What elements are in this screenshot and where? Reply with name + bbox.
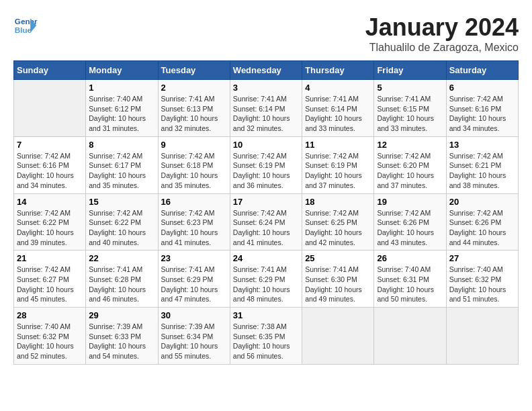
- calendar-cell: 29Sunrise: 7:39 AMSunset: 6:33 PMDayligh…: [86, 308, 158, 365]
- day-number: 14: [17, 197, 83, 207]
- calendar-cell: [302, 308, 374, 365]
- calendar-body: 1Sunrise: 7:40 AMSunset: 6:12 PMDaylight…: [14, 80, 519, 365]
- day-number: 16: [161, 197, 227, 207]
- calendar-cell: 17Sunrise: 7:42 AMSunset: 6:24 PMDayligh…: [230, 193, 302, 250]
- day-info: Sunrise: 7:40 AMSunset: 6:32 PMDaylight:…: [449, 265, 515, 304]
- calendar-cell: 9Sunrise: 7:42 AMSunset: 6:18 PMDaylight…: [158, 136, 230, 193]
- day-info: Sunrise: 7:42 AMSunset: 6:26 PMDaylight:…: [449, 208, 515, 248]
- day-info: Sunrise: 7:39 AMSunset: 6:34 PMDaylight:…: [161, 322, 227, 361]
- day-number: 28: [17, 310, 83, 320]
- calendar-cell: 19Sunrise: 7:42 AMSunset: 6:26 PMDayligh…: [374, 193, 446, 250]
- calendar-cell: 5Sunrise: 7:41 AMSunset: 6:15 PMDaylight…: [374, 80, 446, 137]
- calendar-cell: [14, 80, 86, 137]
- day-number: 7: [17, 140, 83, 150]
- day-info: Sunrise: 7:41 AMSunset: 6:13 PMDaylight:…: [161, 94, 227, 134]
- day-number: 13: [449, 140, 515, 150]
- day-number: 24: [233, 253, 299, 263]
- day-number: 19: [377, 197, 443, 207]
- calendar-week-row: 28Sunrise: 7:40 AMSunset: 6:32 PMDayligh…: [14, 308, 519, 365]
- calendar-cell: 21Sunrise: 7:42 AMSunset: 6:27 PMDayligh…: [14, 250, 86, 308]
- location-subtitle: Tlahualilo de Zaragoza, Mexico: [365, 42, 519, 54]
- calendar-cell: 27Sunrise: 7:40 AMSunset: 6:32 PMDayligh…: [446, 250, 518, 308]
- calendar-header: SundayMondayTuesdayWednesdayThursdayFrid…: [14, 61, 519, 80]
- calendar-cell: 31Sunrise: 7:38 AMSunset: 6:35 PMDayligh…: [230, 308, 302, 365]
- calendar-cell: [374, 308, 446, 365]
- calendar-cell: 12Sunrise: 7:42 AMSunset: 6:20 PMDayligh…: [374, 136, 446, 193]
- calendar-table: SundayMondayTuesdayWednesdayThursdayFrid…: [13, 60, 519, 365]
- day-info: Sunrise: 7:38 AMSunset: 6:35 PMDaylight:…: [233, 322, 299, 361]
- day-number: 31: [233, 310, 299, 320]
- calendar-week-row: 1Sunrise: 7:40 AMSunset: 6:12 PMDaylight…: [14, 80, 519, 137]
- calendar-cell: 22Sunrise: 7:41 AMSunset: 6:28 PMDayligh…: [86, 250, 158, 308]
- calendar-cell: 4Sunrise: 7:41 AMSunset: 6:14 PMDaylight…: [302, 80, 374, 137]
- day-info: Sunrise: 7:41 AMSunset: 6:29 PMDaylight:…: [161, 265, 227, 304]
- calendar-cell: 26Sunrise: 7:40 AMSunset: 6:31 PMDayligh…: [374, 250, 446, 308]
- calendar-cell: 3Sunrise: 7:41 AMSunset: 6:14 PMDaylight…: [230, 80, 302, 137]
- weekday-header-row: SundayMondayTuesdayWednesdayThursdayFrid…: [14, 61, 519, 80]
- calendar-cell: 1Sunrise: 7:40 AMSunset: 6:12 PMDaylight…: [86, 80, 158, 137]
- day-number: 29: [89, 310, 154, 320]
- day-number: 11: [305, 140, 371, 150]
- day-info: Sunrise: 7:42 AMSunset: 6:19 PMDaylight:…: [305, 151, 371, 191]
- day-number: 6: [449, 83, 515, 93]
- day-number: 26: [377, 253, 443, 263]
- day-number: 27: [449, 253, 515, 263]
- day-info: Sunrise: 7:42 AMSunset: 6:24 PMDaylight:…: [233, 208, 299, 248]
- day-number: 25: [305, 253, 371, 263]
- calendar-cell: [446, 308, 518, 365]
- day-info: Sunrise: 7:42 AMSunset: 6:26 PMDaylight:…: [377, 208, 443, 248]
- day-number: 30: [161, 310, 227, 320]
- month-year-title: January 2024: [365, 13, 519, 42]
- calendar-cell: 6Sunrise: 7:42 AMSunset: 6:16 PMDaylight…: [446, 80, 518, 137]
- calendar-cell: 13Sunrise: 7:42 AMSunset: 6:21 PMDayligh…: [446, 136, 518, 193]
- day-info: Sunrise: 7:40 AMSunset: 6:32 PMDaylight:…: [17, 322, 83, 361]
- day-number: 10: [233, 140, 299, 150]
- calendar-cell: 28Sunrise: 7:40 AMSunset: 6:32 PMDayligh…: [14, 308, 86, 365]
- day-info: Sunrise: 7:42 AMSunset: 6:18 PMDaylight:…: [161, 151, 227, 191]
- day-info: Sunrise: 7:41 AMSunset: 6:29 PMDaylight:…: [233, 265, 299, 304]
- calendar-cell: 8Sunrise: 7:42 AMSunset: 6:17 PMDaylight…: [86, 136, 158, 193]
- day-info: Sunrise: 7:41 AMSunset: 6:30 PMDaylight:…: [305, 265, 371, 304]
- weekday-header-thursday: Thursday: [302, 61, 374, 80]
- day-number: 9: [161, 140, 227, 150]
- calendar-cell: 23Sunrise: 7:41 AMSunset: 6:29 PMDayligh…: [158, 250, 230, 308]
- calendar-cell: 10Sunrise: 7:42 AMSunset: 6:19 PMDayligh…: [230, 136, 302, 193]
- weekday-header-friday: Friday: [374, 61, 446, 80]
- day-info: Sunrise: 7:42 AMSunset: 6:21 PMDaylight:…: [449, 151, 515, 191]
- day-info: Sunrise: 7:41 AMSunset: 6:14 PMDaylight:…: [233, 94, 299, 134]
- weekday-header-wednesday: Wednesday: [230, 61, 302, 80]
- day-info: Sunrise: 7:42 AMSunset: 6:27 PMDaylight:…: [17, 265, 83, 304]
- day-number: 4: [305, 83, 371, 93]
- day-info: Sunrise: 7:41 AMSunset: 6:28 PMDaylight:…: [89, 265, 154, 304]
- calendar-cell: 2Sunrise: 7:41 AMSunset: 6:13 PMDaylight…: [158, 80, 230, 137]
- calendar-cell: 18Sunrise: 7:42 AMSunset: 6:25 PMDayligh…: [302, 193, 374, 250]
- day-number: 21: [17, 253, 83, 263]
- day-number: 12: [377, 140, 443, 150]
- weekday-header-monday: Monday: [86, 61, 158, 80]
- day-number: 22: [89, 253, 154, 263]
- logo-icon: General Blue: [13, 13, 38, 38]
- day-number: 20: [449, 197, 515, 207]
- calendar-cell: 15Sunrise: 7:42 AMSunset: 6:22 PMDayligh…: [86, 193, 158, 250]
- weekday-header-saturday: Saturday: [446, 61, 518, 80]
- calendar-cell: 20Sunrise: 7:42 AMSunset: 6:26 PMDayligh…: [446, 193, 518, 250]
- calendar-cell: 30Sunrise: 7:39 AMSunset: 6:34 PMDayligh…: [158, 308, 230, 365]
- day-number: 1: [89, 83, 154, 93]
- weekday-header-tuesday: Tuesday: [158, 61, 230, 80]
- day-info: Sunrise: 7:42 AMSunset: 6:19 PMDaylight:…: [233, 151, 299, 191]
- weekday-header-sunday: Sunday: [14, 61, 86, 80]
- logo: General Blue: [13, 13, 38, 38]
- calendar-week-row: 14Sunrise: 7:42 AMSunset: 6:22 PMDayligh…: [14, 193, 519, 250]
- calendar-cell: 24Sunrise: 7:41 AMSunset: 6:29 PMDayligh…: [230, 250, 302, 308]
- day-number: 3: [233, 83, 299, 93]
- day-info: Sunrise: 7:42 AMSunset: 6:22 PMDaylight:…: [89, 208, 154, 248]
- calendar-cell: 11Sunrise: 7:42 AMSunset: 6:19 PMDayligh…: [302, 136, 374, 193]
- calendar-cell: 7Sunrise: 7:42 AMSunset: 6:16 PMDaylight…: [14, 136, 86, 193]
- day-info: Sunrise: 7:42 AMSunset: 6:20 PMDaylight:…: [377, 151, 443, 191]
- day-number: 8: [89, 140, 154, 150]
- day-number: 2: [161, 83, 227, 93]
- day-info: Sunrise: 7:42 AMSunset: 6:16 PMDaylight:…: [449, 94, 515, 134]
- day-info: Sunrise: 7:42 AMSunset: 6:25 PMDaylight:…: [305, 208, 371, 248]
- day-info: Sunrise: 7:41 AMSunset: 6:14 PMDaylight:…: [305, 94, 371, 134]
- day-number: 5: [377, 83, 443, 93]
